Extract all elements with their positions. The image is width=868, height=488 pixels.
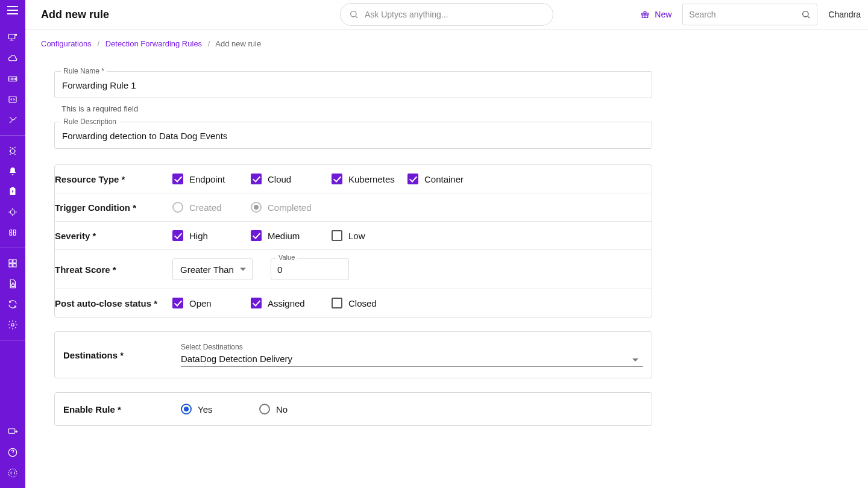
expand-icon[interactable] — [0, 422, 25, 442]
threat-score-operator[interactable]: Greater Than — [172, 258, 253, 280]
search-input[interactable]: Search — [682, 4, 817, 25]
svg-rect-0 — [8, 34, 15, 39]
svg-point-20 — [803, 11, 808, 17]
rule-name-field[interactable]: Rule Name * Forwarding Rule 1 — [54, 71, 652, 98]
breadcrumb-forwarding-rules[interactable]: Detection Forwarding Rules — [105, 39, 202, 48]
hamburger-menu[interactable] — [7, 6, 18, 14]
content: Configurations / Detection Forwarding Ru… — [36, 30, 868, 488]
radio-created: Created — [172, 202, 251, 213]
svg-rect-6 — [11, 187, 14, 189]
topbar: Add new rule Ask Uptycs anything... New … — [25, 0, 868, 30]
gift-icon — [640, 10, 650, 19]
svg-rect-9 — [13, 260, 16, 263]
user-name: Chandra — [828, 10, 861, 19]
api-icon[interactable] — [0, 463, 25, 483]
svg-rect-8 — [9, 260, 12, 263]
svg-point-16 — [8, 469, 17, 477]
rule-description-value: Forwarding detection to Data Dog Events — [62, 131, 644, 141]
checkbox-open[interactable]: Open — [172, 298, 251, 308]
destinations-label: Destinations * — [63, 350, 181, 360]
rule-description-field[interactable]: Rule Description Forwarding detection to… — [54, 122, 652, 149]
post-status-label: Post auto-close status * — [55, 298, 172, 308]
svg-rect-12 — [12, 284, 15, 287]
svg-rect-11 — [13, 264, 16, 267]
svg-point-4 — [10, 149, 15, 154]
radio-enable-yes[interactable]: Yes — [181, 404, 259, 414]
breadcrumb: Configurations / Detection Forwarding Ru… — [41, 34, 860, 59]
config-card: Resource Type * Endpoint Cloud Kubernete… — [54, 164, 652, 318]
bell-icon[interactable] — [0, 161, 25, 181]
checkbox-assigned[interactable]: Assigned — [251, 298, 332, 308]
gear-icon[interactable] — [0, 314, 25, 335]
svg-rect-3 — [9, 96, 16, 103]
checkbox-cloud[interactable]: Cloud — [251, 174, 332, 184]
svg-rect-14 — [8, 429, 15, 434]
enable-rule-label: Enable Rule * — [63, 404, 181, 414]
svg-rect-10 — [9, 264, 12, 267]
code-icon[interactable] — [0, 89, 25, 110]
trigger-condition-label: Trigger Condition * — [55, 202, 172, 213]
new-button[interactable]: New — [640, 10, 671, 19]
enable-rule-card: Enable Rule * Yes No — [54, 392, 652, 426]
clipboard-alert-icon[interactable] — [0, 181, 25, 202]
checkbox-low[interactable]: Low — [332, 230, 365, 241]
svg-point-1 — [15, 34, 17, 36]
search-icon — [349, 10, 359, 19]
checkbox-container[interactable]: Container — [407, 174, 464, 184]
svg-point-17 — [351, 11, 356, 17]
checkbox-medium[interactable]: Medium — [251, 230, 332, 241]
checkbox-endpoint[interactable]: Endpoint — [172, 174, 251, 184]
breadcrumb-configurations[interactable]: Configurations — [41, 39, 92, 48]
svg-point-7 — [10, 210, 15, 214]
page-title: Add new rule — [41, 8, 109, 21]
file-lock-icon[interactable] — [0, 274, 25, 294]
brain-icon[interactable] — [0, 222, 25, 243]
severity-label: Severity * — [55, 231, 172, 241]
barcode-icon[interactable] — [0, 69, 25, 89]
ask-search[interactable]: Ask Uptycs anything... — [340, 3, 553, 26]
bug-icon[interactable] — [0, 140, 25, 161]
flow-icon[interactable] — [0, 110, 25, 130]
breadcrumb-current: Add new rule — [215, 39, 261, 48]
checkbox-kubernetes[interactable]: Kubernetes — [332, 174, 407, 184]
threat-score-value[interactable]: Value 0 — [271, 258, 349, 280]
destinations-select[interactable]: Select Destinations DataDog Detection De… — [181, 343, 643, 367]
destinations-card: Destinations * Select Destinations DataD… — [54, 331, 652, 378]
sync-icon[interactable] — [0, 294, 25, 314]
target-icon[interactable] — [0, 202, 25, 222]
sidebar — [0, 0, 25, 488]
checkbox-high[interactable]: High — [172, 230, 251, 241]
cloud-icon[interactable] — [0, 48, 25, 69]
checkbox-closed[interactable]: Closed — [332, 298, 377, 308]
rule-name-value: Forwarding Rule 1 — [62, 80, 644, 90]
search-icon — [801, 10, 811, 19]
threat-score-label: Threat Score * — [55, 264, 172, 275]
resource-type-label: Resource Type * — [55, 174, 172, 184]
radio-completed: Completed — [251, 202, 312, 213]
help-icon[interactable] — [0, 442, 25, 463]
dashboard-icon[interactable] — [0, 253, 25, 274]
monitor-icon[interactable] — [0, 28, 25, 48]
svg-point-13 — [11, 324, 14, 327]
ask-placeholder: Ask Uptycs anything... — [365, 10, 448, 19]
radio-enable-no[interactable]: No — [259, 404, 288, 414]
rule-name-helper: This is a required field — [61, 104, 860, 113]
